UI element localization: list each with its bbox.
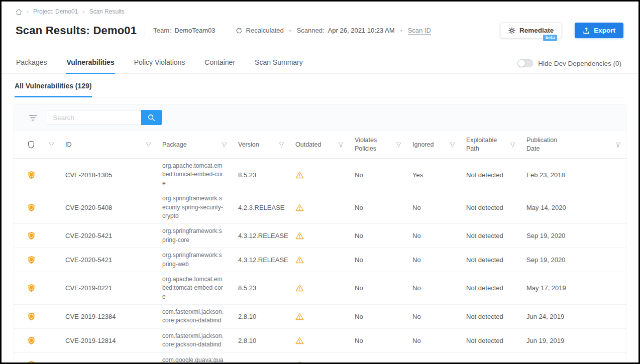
column-header-version[interactable]: Version — [232, 141, 289, 149]
table-row[interactable]: CVE-2019-12814com.fasterxml.jackson.core… — [14, 329, 626, 353]
publication-date: Jun 24, 2019 — [520, 313, 626, 320]
version: 2.8.10 — [232, 337, 289, 344]
cve-id[interactable]: CVE-2019-12384 — [59, 313, 156, 320]
team-value: DemoTeam03 — [175, 27, 216, 34]
vulnerability-table-body: CVE-2018-1305org.apache.tomcat.embed:tom… — [14, 159, 626, 364]
tab-vulnerabilities[interactable]: Vulnerabilities — [66, 53, 115, 74]
filter-funnel-icon[interactable] — [222, 142, 227, 148]
cve-id[interactable]: CVE-2018-10237 — [59, 361, 156, 364]
filter-funnel-icon[interactable] — [510, 142, 515, 148]
violates-policies: No — [349, 284, 406, 292]
search-input[interactable] — [47, 110, 141, 125]
column-header-id[interactable]: ID — [59, 141, 156, 149]
toggle-knob — [518, 60, 525, 67]
violates-policies: No — [349, 171, 406, 179]
exploitable-path: Not detected — [460, 337, 520, 344]
scan-results-page: › Project: Demo01 › Scan Results Scan Re… — [0, 0, 640, 364]
tab-policy-violations[interactable]: Policy Violations — [134, 53, 186, 74]
tab-all-vulnerabilities[interactable]: All Vulnerabilities (129) — [15, 82, 92, 97]
version: 4.3.12.RELEASE — [232, 256, 289, 264]
search-button[interactable] — [141, 110, 162, 125]
column-header-outdated[interactable]: Outdated — [289, 141, 349, 149]
column-header-publication-date[interactable]: Publication Date — [520, 136, 626, 153]
exploitable-path: Not detected — [460, 256, 520, 264]
exploitable-path: Not detected — [460, 284, 520, 292]
cve-id[interactable]: CVE-2019-0221 — [59, 284, 156, 292]
table-row[interactable]: CVE-2018-10237com.google.guava:guava18.0… — [14, 353, 626, 364]
column-header-violates-policies[interactable]: Violates Policies — [349, 136, 406, 153]
outdated-warning-icon — [289, 337, 349, 344]
tab-packages[interactable]: Packages — [16, 53, 47, 74]
filter-funnel-icon[interactable] — [615, 142, 621, 148]
publication-date: May 17, 2019 — [520, 284, 626, 292]
recalculated-label: Recalculated — [246, 27, 284, 34]
home-icon[interactable] — [16, 9, 22, 15]
beta-badge: beta — [543, 35, 558, 41]
table-row[interactable]: CVE-2020-5421org.springframework:spring-… — [14, 224, 626, 248]
filter-funnel-icon[interactable] — [338, 142, 344, 148]
table-row[interactable]: CVE-2020-5408org.springframework.securit… — [14, 191, 626, 224]
scan-id-link[interactable]: Scan ID — [408, 27, 431, 35]
ignored: No — [406, 313, 460, 320]
tab-scan-summary[interactable]: Scan Summary — [254, 53, 303, 74]
ignored: Yes — [406, 171, 460, 179]
filter-funnel-icon[interactable] — [49, 142, 54, 148]
publication-date: Sep 19, 2020 — [520, 232, 626, 239]
publication-date: Apr 26, 2018 — [520, 361, 626, 364]
remediate-button[interactable]: Remediate beta — [500, 23, 562, 38]
table-row[interactable]: CVE-2020-5421org.springframework:spring-… — [14, 248, 626, 272]
outdated-warning-icon — [289, 313, 349, 320]
version: 8.5.23 — [232, 171, 289, 179]
severity-column-header[interactable] — [14, 141, 59, 149]
page-header: Scan Results: Demo01 Team: DemoTeam03 Re… — [2, 23, 638, 38]
table-row[interactable]: CVE-2019-12384com.fasterxml.jackson.core… — [14, 305, 626, 329]
team-label: Team: — [153, 27, 171, 34]
breadcrumb-project[interactable]: Project: Demo01 — [33, 8, 78, 15]
export-button[interactable]: Export — [575, 23, 623, 38]
column-header-package[interactable]: Package — [156, 141, 232, 149]
cve-id[interactable]: CVE-2018-1305 — [59, 171, 156, 179]
recalculate-icon[interactable] — [236, 27, 243, 34]
column-header-exploitable-path[interactable]: Exploitable Path — [460, 136, 520, 153]
filter-funnel-icon[interactable] — [279, 142, 284, 148]
filter-funnel-icon[interactable] — [146, 142, 151, 148]
filter-list-icon[interactable] — [29, 114, 37, 121]
filter-funnel-icon[interactable] — [450, 142, 455, 148]
version: 4.2.3.RELEASE — [232, 204, 289, 211]
table-row[interactable]: CVE-2018-1305org.apache.tomcat.embed:tom… — [14, 159, 626, 191]
violates-policies: No — [349, 361, 406, 364]
subtab-row: All Vulnerabilities (129) — [14, 74, 626, 97]
meta-dot — [289, 30, 291, 32]
shield-icon — [28, 141, 35, 149]
search-wrap — [47, 110, 162, 125]
filter-funnel-icon[interactable] — [396, 142, 401, 148]
ignored: No — [406, 204, 460, 211]
scanned-label: Scanned: — [297, 27, 325, 34]
cve-id[interactable]: CVE-2020-5421 — [59, 232, 156, 239]
package-name: org.springframework:spring-core — [156, 227, 232, 245]
package-name: org.apache.tomcat.embed:tomcat-embed-cor… — [156, 275, 232, 301]
outdated-warning-icon — [289, 256, 349, 264]
outdated-warning-icon — [289, 361, 349, 364]
tab-container[interactable]: Container — [204, 53, 236, 74]
breadcrumb-separator: › — [27, 8, 29, 15]
violates-policies: No — [349, 337, 406, 344]
cve-id[interactable]: CVE-2020-5408 — [59, 204, 156, 211]
severity-shield-icon — [14, 312, 59, 321]
ignored: No — [406, 337, 460, 344]
violates-policies: No — [349, 313, 406, 320]
export-icon — [583, 27, 590, 34]
publication-date: Feb 23, 2018 — [520, 171, 626, 179]
package-name: com.google.guava:guava — [156, 356, 232, 364]
cve-id[interactable]: CVE-2019-12814 — [59, 337, 156, 344]
column-header-ignored[interactable]: Ignored — [406, 141, 460, 149]
header-meta: Team: DemoTeam03 Recalculated Scanned: A… — [153, 27, 431, 35]
table-row[interactable]: CVE-2019-0221org.apache.tomcat.embed:tom… — [14, 272, 626, 305]
cve-id[interactable]: CVE-2020-5421 — [59, 256, 156, 264]
package-name: org.springframework:spring-web — [156, 251, 232, 269]
export-label: Export — [594, 27, 615, 34]
hide-dev-toggle[interactable] — [517, 59, 533, 67]
search-icon — [148, 114, 155, 122]
violates-policies: No — [349, 256, 406, 264]
publication-date: Jun 19, 2019 — [520, 337, 626, 344]
